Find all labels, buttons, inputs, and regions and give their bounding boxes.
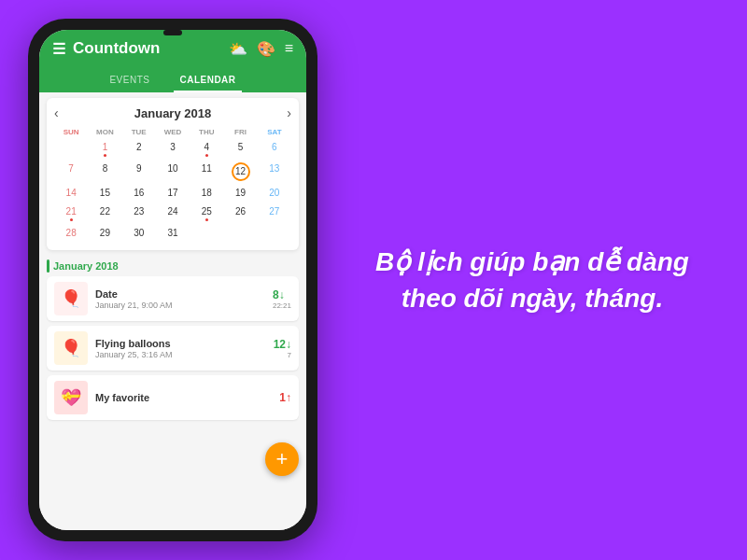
event-info-balloons: Flying balloons January 25, 3:16 AM	[95, 338, 266, 359]
cal-cell-empty2	[190, 224, 223, 243]
cal-day-14[interactable]: 14	[54, 184, 88, 203]
cal-day-10[interactable]: 10	[156, 160, 190, 184]
day-name-mon: MON	[88, 126, 121, 138]
filter-icon[interactable]: ≡	[285, 40, 293, 57]
event-info-favorite: My favorite	[95, 392, 272, 404]
cal-day-3[interactable]: 3	[156, 138, 190, 160]
cal-day-20[interactable]: 20	[258, 184, 291, 203]
cal-day-5[interactable]: 5	[223, 138, 257, 160]
right-text-block: Bộ lịch giúp bạn dễ dàng theo dõi ngày, …	[317, 225, 747, 335]
day-name-sun: SUN	[54, 126, 88, 138]
cal-day-27[interactable]: 27	[258, 203, 291, 224]
cal-cell-empty4	[258, 224, 291, 243]
app-title: Countdown	[73, 39, 221, 58]
cal-day-6[interactable]: 6	[258, 138, 291, 160]
app-bar-icons: ⛅ 🎨 ≡	[229, 40, 293, 58]
event-item-favorite[interactable]: 💝 My favorite 1↑	[47, 375, 299, 420]
calendar: ‹ January 2018 › SUN MON TUE WED THU FRI…	[47, 98, 299, 250]
day-name-wed: WED	[156, 126, 190, 138]
event-thumb-balloons: 🎈	[54, 331, 88, 365]
event-item-balloons[interactable]: 🎈 Flying balloons January 25, 3:16 AM 12…	[47, 326, 299, 371]
phone-notch	[163, 30, 182, 35]
event-thumb-favorite: 💝	[54, 381, 88, 414]
event-name-favorite: My favorite	[95, 392, 272, 403]
event-item-date[interactable]: 🎈 Date January 21, 9:00 AM 8↓ 22:21	[47, 276, 299, 321]
cal-day-1[interactable]: 1	[88, 138, 121, 160]
cal-day-30[interactable]: 30	[122, 224, 156, 243]
day-name-fri: FRI	[223, 126, 257, 138]
cal-day-18[interactable]: 18	[190, 184, 223, 203]
cal-day-12[interactable]: 12	[223, 160, 257, 184]
fab-add-button[interactable]: +	[265, 442, 299, 476]
cal-day-17[interactable]: 17	[156, 184, 190, 203]
events-month-label: January 2018	[47, 259, 299, 273]
scene: ☰ Countdown ⛅ 🎨 ≡ EVENTS CALENDAR ‹ Janu…	[0, 0, 747, 560]
cal-cell-empty3	[223, 224, 257, 243]
cal-day-15[interactable]: 15	[88, 184, 121, 203]
next-month-button[interactable]: ›	[287, 105, 291, 120]
cal-day-16[interactable]: 16	[122, 184, 156, 203]
day-name-tue: TUE	[122, 126, 156, 138]
event-count-balloons: 12↓ 7	[274, 338, 291, 359]
cal-day-28[interactable]: 28	[54, 224, 88, 243]
cal-cell-empty	[54, 138, 88, 160]
tab-calendar[interactable]: CALENDAR	[174, 71, 241, 92]
calendar-header: ‹ January 2018 ›	[54, 105, 291, 120]
event-count-date: 8↓ 22:21	[273, 288, 291, 310]
palette-icon[interactable]: 🎨	[257, 40, 275, 58]
event-date-date: January 21, 9:00 AM	[95, 301, 265, 310]
menu-icon[interactable]: ☰	[52, 40, 65, 58]
phone-frame: ☰ Countdown ⛅ 🎨 ≡ EVENTS CALENDAR ‹ Janu…	[28, 19, 317, 541]
promo-text: Bộ lịch giúp bạn dễ dàng theo dõi ngày, …	[345, 244, 719, 316]
cal-day-23[interactable]: 23	[122, 203, 156, 224]
tabs-bar: EVENTS CALENDAR	[39, 67, 306, 92]
app-bar: ☰ Countdown ⛅ 🎨 ≡	[39, 30, 306, 67]
cal-day-22[interactable]: 22	[88, 203, 121, 224]
event-count-favorite: 1↑	[279, 391, 291, 404]
tab-events[interactable]: EVENTS	[104, 71, 155, 92]
phone-screen: ☰ Countdown ⛅ 🎨 ≡ EVENTS CALENDAR ‹ Janu…	[39, 30, 306, 530]
cal-day-2[interactable]: 2	[122, 138, 156, 160]
event-info-date: Date January 21, 9:00 AM	[95, 288, 265, 310]
cal-day-13[interactable]: 13	[258, 160, 291, 184]
cal-day-11[interactable]: 11	[190, 160, 223, 184]
event-thumb-date: 🎈	[54, 282, 88, 315]
cal-day-31[interactable]: 31	[156, 224, 190, 243]
prev-month-button[interactable]: ‹	[54, 105, 59, 120]
cal-day-24[interactable]: 24	[156, 203, 190, 224]
event-date-balloons: January 25, 3:16 AM	[95, 350, 266, 359]
cal-day-9[interactable]: 9	[122, 160, 156, 184]
calendar-title: January 2018	[134, 106, 211, 120]
month-bar-indicator	[47, 259, 49, 273]
events-section: January 2018 🎈 Date January 21, 9:00 AM …	[39, 256, 306, 530]
cloud-icon[interactable]: ⛅	[229, 40, 247, 58]
cal-day-25[interactable]: 25	[190, 203, 223, 224]
day-name-thu: THU	[190, 126, 223, 138]
cal-day-21[interactable]: 21	[54, 203, 88, 224]
cal-day-19[interactable]: 19	[223, 184, 257, 203]
cal-day-4[interactable]: 4	[190, 138, 223, 160]
day-name-sat: SAT	[258, 126, 291, 138]
event-name-date: Date	[95, 288, 265, 300]
event-name-balloons: Flying balloons	[95, 338, 266, 349]
cal-day-7[interactable]: 7	[54, 160, 88, 184]
cal-day-29[interactable]: 29	[88, 224, 121, 243]
cal-day-26[interactable]: 26	[223, 203, 257, 224]
calendar-grid: SUN MON TUE WED THU FRI SAT 1 2 3 4 5 6	[54, 126, 291, 243]
cal-day-8[interactable]: 8	[88, 160, 121, 184]
